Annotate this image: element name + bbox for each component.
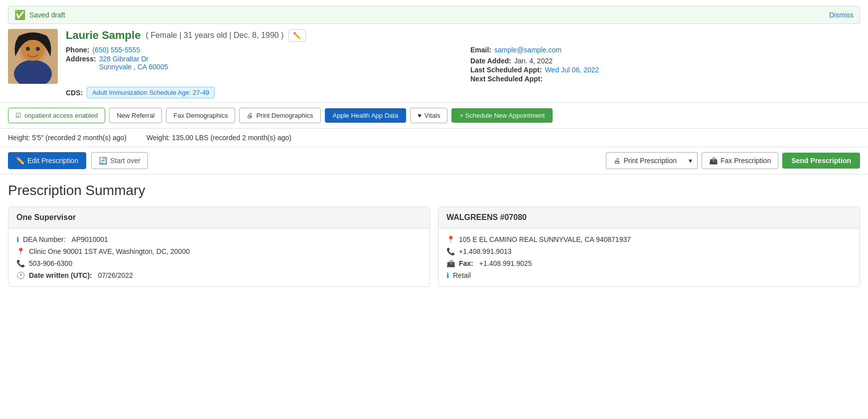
new-referral-label: New Referral	[117, 112, 154, 119]
email-label: Email:	[470, 46, 491, 54]
phone-label: Phone:	[66, 46, 89, 54]
schedule-appointment-button[interactable]: + Schedule New Appointment	[451, 108, 553, 123]
supervisor-card: One Supervisor ℹ DEA Number: AP9010001 📍…	[8, 207, 430, 287]
pharmacy-card-body: 📍 105 E EL CAMINO REAL SUNNYVALE, CA 940…	[438, 228, 860, 286]
checkmark-icon: ☑	[15, 112, 21, 119]
phone-icon: 📞	[16, 259, 25, 267]
fax-prescription-label: Fax Prescription	[721, 157, 771, 165]
info-icon: ℹ	[16, 235, 19, 243]
date-written-label: Date written (UTC):	[29, 271, 92, 279]
dea-value: AP9010001	[72, 235, 108, 243]
pharmacy-type-icon: ℹ	[446, 271, 449, 279]
prescription-summary-title: Prescription Summary	[8, 183, 860, 199]
pharmacy-fax: +1.408.991.9025	[479, 259, 532, 267]
action-bar: ☑ onpatient access enabled New Referral …	[0, 103, 868, 129]
fax-prescription-button[interactable]: 📠 Fax Prescription	[702, 152, 778, 169]
refresh-icon: 🔄	[99, 157, 107, 165]
weight-value: Weight: 135.00 LBS (recorded 2 month(s) …	[146, 134, 291, 142]
supervisor-phone: 503-906-6300	[29, 259, 72, 267]
edit-patient-button[interactable]: ✏️	[289, 29, 306, 42]
edit-prescription-button[interactable]: ✏️ Edit Prescription	[8, 152, 86, 169]
pharmacy-location-icon: 📍	[446, 235, 455, 243]
patient-details: Laurie Sample ( Female | 31 years old | …	[66, 29, 860, 98]
chevron-down-icon: ▾	[689, 157, 692, 165]
svg-point-5	[36, 47, 40, 51]
apple-health-button[interactable]: Apple Health App Data	[325, 108, 407, 123]
printer2-icon: 🖨	[613, 157, 620, 165]
schedule-label: + Schedule New Appointment	[459, 112, 545, 119]
start-over-button[interactable]: 🔄 Start over	[91, 152, 148, 169]
patient-date-added: Jan. 4, 2022	[514, 57, 553, 65]
supervisor-card-header: One Supervisor	[8, 207, 430, 228]
pharmacy-phone-icon: 📞	[446, 247, 455, 255]
onpatient-access-button[interactable]: ☑ onpatient access enabled	[8, 108, 105, 123]
printer-icon: 🖨	[247, 112, 253, 119]
clinic-address: Clinic One 90001 1ST AVE, Washington, DC…	[29, 247, 190, 255]
patient-last-scheduled: Wed Jul 06, 2022	[545, 66, 599, 74]
pharmacy-address: 105 E EL CAMINO REAL SUNNYVALE, CA 94087…	[459, 235, 631, 243]
pharmacy-card-header: WALGREENS #07080	[438, 207, 860, 228]
fax-label: Fax:	[459, 259, 473, 267]
print-prescription-label: Print Prescription	[623, 157, 677, 165]
onpatient-label: onpatient access enabled	[24, 112, 98, 119]
patient-address-line1: 328 Gibraltar Dr	[99, 55, 168, 63]
vitals-label: Vitals	[425, 112, 440, 119]
patient-demographics: ( Female | 31 years old | Dec. 8, 1990 )	[145, 31, 284, 40]
address-label: Address:	[66, 55, 96, 63]
send-prescription-button[interactable]: Send Prescription	[782, 153, 860, 169]
pharmacy-fax-icon: 📠	[446, 259, 455, 267]
saved-draft-banner: ✅ Saved draft Dismiss	[8, 6, 860, 24]
cds-badge: Adult Immunization Schedule Age: 27-49	[87, 87, 215, 98]
patient-phone: (650) 555-5555	[92, 46, 140, 54]
send-prescription-label: Send Prescription	[791, 157, 851, 165]
patient-email: sample@sample.com	[494, 46, 562, 54]
next-scheduled-label: Next Scheduled Appt:	[470, 75, 543, 83]
date-added-label: Date Added:	[470, 57, 511, 65]
print-prescription-group: 🖨 Print Prescription ▾	[606, 152, 698, 169]
fax-demographics-label: Fax Demographics	[173, 112, 228, 119]
saved-draft-text: Saved draft	[29, 11, 825, 19]
dea-label: DEA Number:	[23, 235, 66, 243]
height-value: Height: 5'5" (recorded 2 month(s) ago)	[8, 134, 127, 142]
last-scheduled-label: Last Scheduled Appt:	[470, 66, 542, 74]
print-prescription-dropdown[interactable]: ▾	[684, 152, 698, 169]
fax-icon: 📠	[709, 157, 718, 165]
cds-label: CDS:	[66, 89, 83, 97]
vitals-button[interactable]: ♥ Vitals	[410, 108, 447, 123]
supervisor-name: One Supervisor	[16, 213, 76, 221]
heart-icon: ♥	[418, 112, 422, 119]
check-circle-icon: ✅	[14, 9, 25, 20]
fax-demographics-button[interactable]: Fax Demographics	[166, 108, 235, 123]
prescription-cards: One Supervisor ℹ DEA Number: AP9010001 📍…	[8, 207, 860, 287]
clock-icon: 🕐	[16, 271, 25, 279]
patient-address-line2: Sunnyvale , CA 60005	[99, 63, 168, 71]
patient-avatar	[8, 29, 58, 84]
pharmacy-phone: +1.408.991.9013	[459, 247, 512, 255]
location-icon: 📍	[16, 247, 25, 255]
edit-prescription-label: Edit Prescription	[27, 157, 78, 165]
vitals-section: Height: 5'5" (recorded 2 month(s) ago) W…	[0, 129, 868, 147]
print-demographics-button[interactable]: 🖨 Print Demographics	[239, 108, 320, 123]
pencil-icon: ✏️	[16, 157, 24, 165]
prescription-toolbar: ✏️ Edit Prescription 🔄 Start over 🖨 Prin…	[0, 147, 868, 175]
pharmacy-name: WALGREENS #07080	[446, 213, 527, 221]
patient-name: Laurie Sample	[66, 29, 141, 42]
apple-health-label: Apple Health App Data	[333, 112, 399, 119]
print-prescription-button[interactable]: 🖨 Print Prescription	[606, 152, 684, 169]
print-demographics-label: Print Demographics	[256, 112, 313, 119]
supervisor-card-body: ℹ DEA Number: AP9010001 📍 Clinic One 900…	[8, 228, 430, 286]
dismiss-button[interactable]: Dismiss	[829, 11, 854, 19]
pharmacy-card: WALGREENS #07080 📍 105 E EL CAMINO REAL …	[438, 207, 860, 287]
new-referral-button[interactable]: New Referral	[109, 108, 162, 123]
date-written-value: 07/26/2022	[98, 271, 133, 279]
start-over-label: Start over	[110, 157, 141, 165]
pharmacy-type: Retail	[453, 271, 471, 279]
patient-info-section: Laurie Sample ( Female | 31 years old | …	[8, 29, 860, 98]
prescription-summary-section: Prescription Summary One Supervisor ℹ DE…	[0, 175, 868, 295]
svg-point-4	[26, 47, 30, 51]
